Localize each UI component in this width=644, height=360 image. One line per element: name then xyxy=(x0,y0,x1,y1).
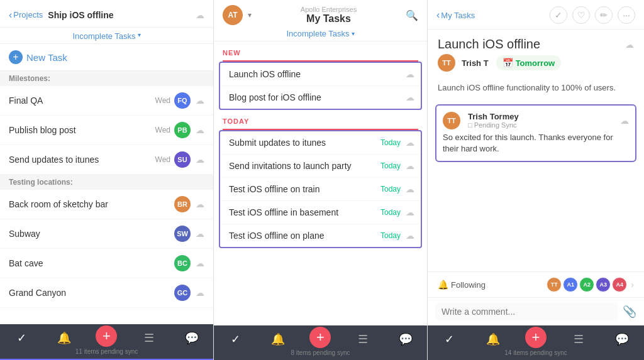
cloud-icon: ☁ xyxy=(196,95,204,106)
task-row[interactable]: Test iOS offline in basement Today ☁ xyxy=(220,201,421,224)
screen-my-tasks: AT ▾ Apollo Enterprises My Tasks 🔍 Incom… xyxy=(214,0,428,360)
cloud-icon: ☁ xyxy=(406,69,414,79)
add-button[interactable]: + xyxy=(96,325,117,347)
screen2-topbar: AT ▾ Apollo Enterprises My Tasks 🔍 Incom… xyxy=(214,0,427,41)
screen1-title: Ship iOS offline xyxy=(48,10,193,20)
chat-tab[interactable]: 💬 xyxy=(180,329,203,347)
follower-avatars[interactable]: TT A1 A2 A3 A4 › xyxy=(547,277,634,292)
section-milestones: Milestones: xyxy=(0,71,213,86)
task-row[interactable]: Send invitations to launch party Today ☁ xyxy=(220,155,421,178)
screen-projects: ‹ Projects Ship iOS offline ☁ Incomplete… xyxy=(0,0,214,360)
comment-input-bar: 📎 xyxy=(428,297,644,325)
back-to-projects[interactable]: ‹ Projects xyxy=(9,9,43,21)
chevron-left-icon: ‹ xyxy=(9,9,12,21)
comment-input[interactable] xyxy=(435,303,618,320)
avatar: BR xyxy=(174,196,191,212)
sync-status-1: 11 items pending sync xyxy=(0,347,213,356)
cloud-icon: ☁ xyxy=(406,92,414,102)
sync-status-2: 8 items pending sync xyxy=(214,348,427,357)
cloud-icon: ☁ xyxy=(406,231,414,241)
sync-status-3: 14 items pending sync xyxy=(428,348,644,357)
filter-caret-2: ▾ xyxy=(352,30,355,37)
avatar: PB xyxy=(174,122,191,138)
new-task-bar[interactable]: + New Task xyxy=(0,44,213,71)
following-label: 🔔 Following xyxy=(438,280,486,290)
follower-avatar: A1 xyxy=(563,277,578,292)
add-button-3[interactable]: + xyxy=(525,327,547,348)
chat-tab-2[interactable]: 💬 xyxy=(394,330,417,348)
add-button-2[interactable]: + xyxy=(309,327,331,348)
commenter-name: Trish Tormey xyxy=(468,112,519,121)
cloud-icon: ☁ xyxy=(196,10,204,20)
filter-label-1: Incomplete Tasks xyxy=(72,31,135,41)
avatar: SU xyxy=(174,151,191,168)
list-tab-2[interactable]: ☰ xyxy=(352,330,374,348)
screen2-title: My Tasks xyxy=(252,13,406,25)
avatar: BC xyxy=(174,255,191,271)
notifications-tab-3[interactable]: 🔔 xyxy=(482,330,504,348)
like-action-btn[interactable]: ♡ xyxy=(572,6,590,24)
following-bar: 🔔 Following TT A1 A2 A3 A4 › xyxy=(428,271,644,297)
task-row[interactable]: Subway SW ☁ xyxy=(0,219,213,249)
filter-bar-1[interactable]: Incomplete Tasks ▾ xyxy=(0,28,213,44)
task-description: Launch iOS offline functionality to 100%… xyxy=(428,77,644,102)
check-tab-3[interactable]: ✓ xyxy=(438,330,461,348)
cloud-icon: ☁ xyxy=(406,161,414,171)
bottom-bar-1: ✓ 🔔 + ☰ 💬 11 items pending sync xyxy=(0,324,213,360)
back-label: Projects xyxy=(13,10,43,19)
task-row[interactable]: Bat cave BC ☁ xyxy=(0,249,213,278)
due-date-chip[interactable]: 📅 Tomorrow xyxy=(496,55,562,70)
task-list-1: Milestones: Final QA Wed FQ ☁ Publish bl… xyxy=(0,71,213,324)
follower-avatar: TT xyxy=(547,277,562,292)
cloud-icon: ☁ xyxy=(406,207,414,217)
notifications-tab[interactable]: 🔔 xyxy=(53,329,75,347)
screen3-topbar: ‹ My Tasks ✓ ♡ ✏ ··· xyxy=(428,0,644,30)
task-row[interactable]: Publish blog post Wed PB ☁ xyxy=(0,116,213,145)
attach-icon[interactable]: 📎 xyxy=(623,305,636,319)
new-task-plus: + xyxy=(9,50,23,64)
follower-avatar: A2 xyxy=(579,277,594,292)
assignee-chip[interactable]: TT Trish T xyxy=(438,54,489,72)
check-tab[interactable]: ✓ xyxy=(10,329,33,347)
bell-icon: 🔔 xyxy=(438,280,448,290)
list-tab[interactable]: ☰ xyxy=(138,329,160,347)
screen1-topbar: ‹ Projects Ship iOS offline ☁ xyxy=(0,0,213,28)
cloud-icon: ☁ xyxy=(196,288,204,298)
filter-caret-1: ▾ xyxy=(138,31,141,41)
task-row[interactable]: Test iOS offline on plane Today ☁ xyxy=(220,224,421,247)
back-to-my-tasks[interactable]: ‹ My Tasks xyxy=(436,9,475,21)
check-action-btn[interactable]: ✓ xyxy=(550,6,567,24)
today-tasks-group: Submit updates to itunes Today ☁ Send in… xyxy=(219,130,422,248)
user-avatar-caret[interactable]: AT ▾ xyxy=(223,5,252,25)
assignee-name: Trish T xyxy=(462,58,489,68)
task-row[interactable]: Back room of sketchy bar BR ☁ xyxy=(0,190,213,219)
chevron-right-icon: › xyxy=(631,280,634,290)
edit-action-btn[interactable]: ✏ xyxy=(595,6,613,24)
cloud-icon: ☁ xyxy=(196,258,204,268)
cloud-icon: ☁ xyxy=(406,184,414,194)
task-row[interactable]: Final QA Wed FQ ☁ xyxy=(0,86,213,116)
follower-avatar: A4 xyxy=(612,277,627,292)
search-icon[interactable]: 🔍 xyxy=(406,9,418,21)
cloud-icon: ☁ xyxy=(196,125,204,135)
comment-text: So excited for this launch. Thanks every… xyxy=(443,132,629,155)
back-label-3: My Tasks xyxy=(441,11,475,20)
notifications-tab-2[interactable]: 🔔 xyxy=(267,330,289,348)
task-row[interactable]: Send updates to itunes Wed SU ☁ xyxy=(0,145,213,175)
task-meta: TT Trish T 📅 Tomorrow xyxy=(428,52,644,77)
bottom-bar-2: ✓ 🔔 + ☰ 💬 8 items pending sync xyxy=(214,325,427,360)
list-tab-3[interactable]: ☰ xyxy=(567,330,590,348)
new-tasks-group: Launch iOS offline ☁ Blog post for iOS o… xyxy=(219,62,422,110)
assignee-avatar: TT xyxy=(438,54,455,72)
task-row[interactable]: Submit updates to itunes Today ☁ xyxy=(220,131,421,155)
task-row[interactable]: Launch iOS offline ☁ xyxy=(220,63,421,86)
task-row[interactable]: Test iOS offline on train Today ☁ xyxy=(220,178,421,201)
task-row[interactable]: Blog post for iOS offline ☁ xyxy=(220,86,421,109)
task-row[interactable]: Grand Canyon GC ☁ xyxy=(0,278,213,308)
comment-cloud-icon: ☁ xyxy=(620,116,629,126)
more-action-btn[interactable]: ··· xyxy=(618,6,635,24)
chat-tab-3[interactable]: 💬 xyxy=(611,330,633,348)
check-tab-2[interactable]: ✓ xyxy=(224,330,247,348)
section-testing: Testing locations: xyxy=(0,175,213,190)
cloud-icon-detail: ☁ xyxy=(625,40,634,50)
